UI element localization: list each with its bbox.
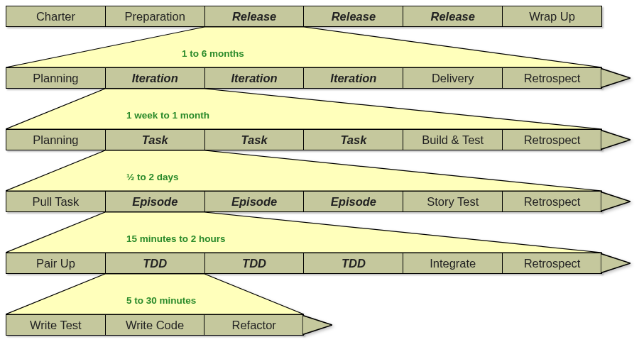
row-3-cell-4: Story Test	[403, 192, 503, 211]
gap-3: 15 minutes to 2 hours	[6, 212, 638, 253]
row-5-cell-0: Write Test	[6, 315, 106, 335]
row-2-cell-3: Task	[304, 130, 403, 150]
row-3-cell-5: Retrospect	[503, 192, 602, 211]
svg-marker-5	[601, 192, 631, 211]
gap-4: 5 to 30 minutes	[6, 274, 638, 314]
row-3-cell-1: Episode	[106, 192, 205, 211]
row-0-cell-0: Charter	[6, 6, 106, 26]
arrow-icon	[302, 309, 332, 341]
row-2-cell-1: Task	[106, 130, 205, 150]
row-4-cell-4: Integrate	[403, 253, 503, 273]
row-3-cell-0: Pull Task	[6, 192, 106, 211]
row-1-cell-5: Retrospect	[503, 68, 602, 88]
row-5-cell-1: Write Code	[106, 315, 205, 335]
row-3-cell-3: Episode	[304, 192, 403, 211]
row-1-boxes: PlanningIterationIterationIterationDeliv…	[6, 67, 602, 89]
row-2-cell-5: Retrospect	[503, 130, 602, 150]
row-0-cell-5: Wrap Up	[503, 6, 602, 26]
row-0-cell-3: Release	[304, 6, 403, 26]
row-4-boxes: Pair UpTDDTDDTDDIntegrateRetrospect	[6, 253, 602, 274]
row-4-cell-1: TDD	[106, 253, 205, 273]
row-5-arrow	[302, 309, 332, 341]
row-4-cell-3: TDD	[304, 253, 403, 273]
row-5-cell-2: Refactor	[204, 315, 304, 335]
duration-0: 1 to 6 months	[182, 48, 244, 59]
row-2-cell-4: Build & Test	[403, 130, 503, 150]
svg-marker-1	[601, 68, 631, 87]
row-4-cell-2: TDD	[205, 253, 305, 273]
row-0: CharterPreparationReleaseReleaseReleaseW…	[6, 6, 638, 27]
svg-marker-2	[6, 89, 602, 129]
row-1-cell-3: Iteration	[304, 68, 403, 88]
row-1-cell-0: Planning	[6, 68, 106, 88]
row-1: PlanningIterationIterationIterationDeliv…	[6, 67, 638, 89]
row-4: Pair UpTDDTDDTDDIntegrateRetrospect	[6, 253, 638, 274]
row-2-cell-0: Planning	[6, 130, 106, 150]
row-0-cell-2: Release	[205, 6, 305, 26]
duration-1: 1 week to 1 month	[126, 110, 209, 121]
svg-marker-3	[601, 130, 631, 149]
gap-1: 1 week to 1 month	[6, 89, 638, 129]
row-2-boxes: PlanningTaskTaskTaskBuild & TestRetrospe…	[6, 129, 602, 150]
row-1-cell-4: Delivery	[403, 68, 503, 88]
row-0-cell-4: Release	[403, 6, 503, 26]
row-3-cell-2: Episode	[205, 192, 305, 211]
duration-2: ½ to 2 days	[126, 172, 179, 182]
row-0-cell-1: Preparation	[106, 6, 205, 26]
row-3: Pull TaskEpisodeEpisodeEpisodeStory Test…	[6, 191, 638, 212]
row-0-boxes: CharterPreparationReleaseReleaseReleaseW…	[6, 6, 602, 27]
row-1-cell-1: Iteration	[106, 68, 205, 88]
agile-cycle-diagram: CharterPreparationReleaseReleaseReleaseW…	[6, 6, 638, 336]
duration-3: 15 minutes to 2 hours	[126, 233, 226, 244]
row-4-cell-0: Pair Up	[6, 253, 106, 273]
gap-0: 1 to 6 months	[6, 27, 638, 67]
gap-2: ½ to 2 days	[6, 150, 638, 191]
svg-marker-6	[6, 212, 602, 253]
svg-marker-8	[6, 274, 304, 314]
row-5: Write TestWrite CodeRefactor	[6, 314, 638, 336]
row-3-boxes: Pull TaskEpisodeEpisodeEpisodeStory Test…	[6, 191, 602, 212]
row-2: PlanningTaskTaskTaskBuild & TestRetrospe…	[6, 129, 638, 150]
row-2-cell-2: Task	[205, 130, 305, 150]
svg-marker-0	[6, 27, 602, 67]
row-4-cell-5: Retrospect	[503, 253, 602, 273]
duration-4: 5 to 30 minutes	[126, 295, 196, 306]
row-5-boxes: Write TestWrite CodeRefactor	[6, 314, 304, 336]
svg-marker-7	[601, 253, 631, 272]
svg-marker-9	[302, 315, 332, 334]
svg-marker-4	[6, 150, 602, 191]
row-1-cell-2: Iteration	[205, 68, 305, 88]
